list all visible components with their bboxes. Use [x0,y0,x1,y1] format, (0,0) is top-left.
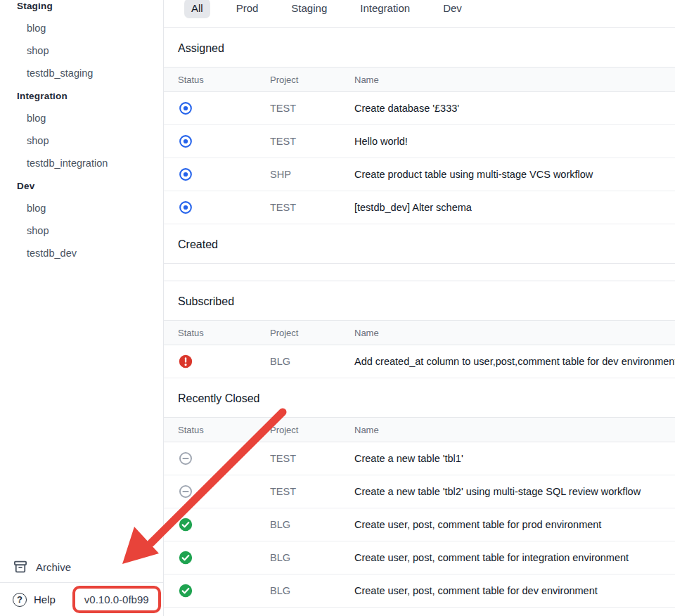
column-header-status: Status [164,75,256,85]
sidebar-item-integration-blog[interactable]: blog [0,107,163,129]
sidebar-footer: Archive ? Help v0.10.0-0fb99 [0,551,163,616]
sidebar-item-testdb-dev[interactable]: testdb_dev [0,242,163,264]
sidebar-item-staging-shop[interactable]: shop [0,39,163,62]
help-label[interactable]: Help [34,593,56,605]
section-title-recently-closed: Recently Closed [164,378,675,417]
status-open-icon [178,167,193,182]
sidebar-item-testdb-staging[interactable]: testdb_staging [0,62,163,84]
help-icon: ? [13,593,27,607]
issue-project: BLG [256,356,354,367]
issue-name: Create user, post, comment table for pro… [354,519,675,530]
issue-name: Create user, post, comment table for int… [354,552,675,563]
issue-row[interactable]: TEST [testdb_dev] Alter schema [164,191,675,224]
issue-project: SHP [256,169,354,180]
section-title-subscribed: Subscribed [164,281,675,320]
environment-tabbar: All Prod Staging Integration Dev [164,0,675,28]
status-canceled-icon [178,451,193,466]
issue-name: Create database '£333' [354,103,675,114]
version-badge: v0.10.0-0fb99 [72,586,161,613]
issue-project: BLG [256,519,354,530]
issue-name: Add created_at column to user,post,comme… [354,356,675,367]
column-header-status: Status [164,425,256,435]
status-done-icon [178,550,193,565]
issue-project: TEST [256,202,354,213]
issue-row[interactable]: TEST Create database '£333' [164,92,675,125]
sidebar-item-dev-shop[interactable]: shop [0,219,163,242]
tab-integration[interactable]: Integration [353,0,417,18]
issue-project: TEST [256,136,354,147]
column-header-project: Project [256,425,354,435]
sidebar-item-testdb-integration[interactable]: testdb_integration [0,152,163,174]
column-header-status: Status [164,328,256,338]
column-header-project: Project [256,75,354,85]
status-open-icon [178,101,193,116]
issue-row[interactable]: BLG Create user, post, comment table for… [164,541,675,575]
issue-project: TEST [256,486,354,497]
column-header-name: Name [354,425,675,435]
issue-row[interactable]: TEST Hello world! [164,125,675,158]
section-title-created: Created [164,224,675,263]
issue-project: TEST [256,103,354,114]
tab-prod[interactable]: Prod [229,0,266,18]
main-content: All Prod Staging Integration Dev Assigne… [164,0,675,616]
issue-row[interactable]: BLG Add created_at column to user,post,c… [164,345,675,378]
status-failed-icon [178,354,193,369]
status-done-icon [178,583,193,598]
issue-row[interactable]: TEST Create a new table 'tbl1' [164,442,675,475]
status-done-icon [178,517,193,532]
issue-row[interactable]: BLG Create user, post, comment table for… [164,508,675,541]
table-header: Status Project Name [164,417,675,442]
env-group-staging: Staging [0,0,163,17]
status-open-icon [178,134,193,149]
database-nav-tree: Staging blog shop testdb_staging Integra… [0,0,163,264]
issue-name: Create user, post, comment table for dev… [354,585,675,596]
archive-button[interactable]: Archive [0,551,163,582]
section-title-assigned: Assigned [164,28,675,67]
column-header-name: Name [354,75,675,85]
sidebar-item-integration-shop[interactable]: shop [0,129,163,152]
tab-dev[interactable]: Dev [436,0,469,18]
status-open-icon [178,200,193,215]
column-header-name: Name [354,328,675,338]
archive-label: Archive [36,561,71,573]
help-row: ? Help v0.10.0-0fb99 [0,582,163,616]
sidebar: Staging blog shop testdb_staging Integra… [0,0,164,616]
issue-name: Create a new table 'tbl1' [354,453,675,464]
issue-project: BLG [256,585,354,596]
issue-project: BLG [256,552,354,563]
issue-project: TEST [256,453,354,464]
sidebar-item-dev-blog[interactable]: blog [0,197,163,219]
issue-row[interactable]: TEST Create a new table 'tbl2' using mul… [164,475,675,508]
column-header-project: Project [256,328,354,338]
status-canceled-icon [178,484,193,499]
issue-name: Create product table using multi-stage V… [354,169,675,180]
sidebar-item-staging-blog[interactable]: blog [0,17,163,39]
issue-row[interactable]: BLG Create user, post, comment table for… [164,575,675,608]
tab-staging[interactable]: Staging [284,0,334,18]
table-header: Status Project Name [164,67,675,92]
tab-all[interactable]: All [184,0,210,18]
archive-icon [13,559,28,575]
env-group-dev: Dev [0,174,163,197]
issue-name: Create a new table 'tbl2' using multi-st… [354,486,675,497]
issue-name: Hello world! [354,136,675,147]
env-group-integration: Integration [0,84,163,107]
issue-name: [testdb_dev] Alter schema [354,202,675,213]
table-header: Status Project Name [164,320,675,345]
empty-table-band [164,263,675,281]
issue-row[interactable]: SHP Create product table using multi-sta… [164,158,675,191]
